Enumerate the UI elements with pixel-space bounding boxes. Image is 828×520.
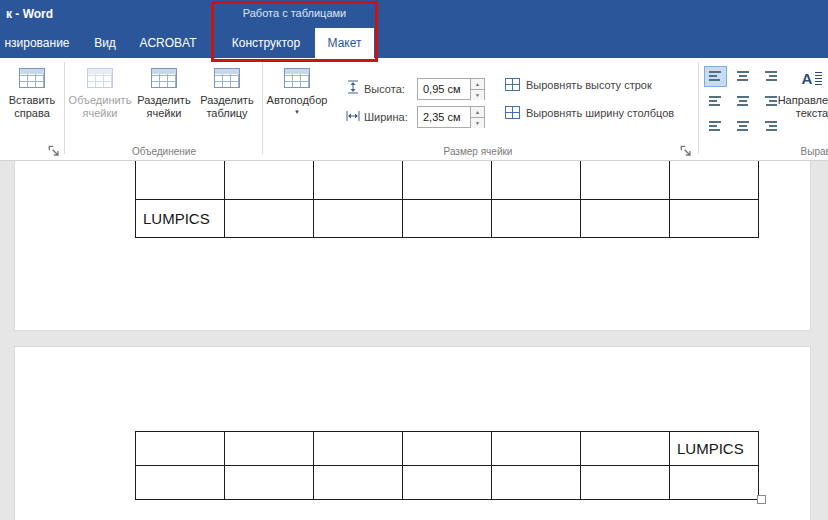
align-bottom-right-icon bbox=[763, 119, 777, 131]
merge-cells-button[interactable]: Объединить ячейки bbox=[68, 64, 132, 146]
table-cell[interactable] bbox=[670, 161, 759, 199]
align-bottom-left-icon bbox=[709, 119, 723, 131]
dropdown-arrow-icon: ▼ bbox=[294, 109, 300, 115]
align-top-center-button[interactable] bbox=[731, 66, 754, 87]
table-resize-handle[interactable] bbox=[757, 495, 766, 504]
page-2[interactable]: LUMPICS bbox=[14, 346, 811, 520]
insert-right-button[interactable]: Вставить справа bbox=[4, 64, 60, 146]
table-cell[interactable] bbox=[492, 199, 581, 237]
distribute-rows-icon bbox=[505, 78, 520, 91]
width-field-label: Ширина: bbox=[364, 111, 408, 123]
height-field-label: Высота: bbox=[364, 83, 405, 95]
autofit-button[interactable]: Автоподбор ▼ bbox=[266, 64, 328, 146]
align-center-center-button[interactable] bbox=[731, 90, 754, 111]
align-top-center-icon bbox=[736, 71, 750, 83]
spin-down-icon[interactable]: ▼ bbox=[471, 118, 484, 128]
table-cell[interactable] bbox=[581, 432, 670, 466]
table-row: LUMPICS bbox=[136, 199, 759, 237]
group-separator bbox=[64, 62, 65, 154]
table-cell[interactable] bbox=[492, 161, 581, 199]
table-cell[interactable] bbox=[581, 161, 670, 199]
table-cell[interactable] bbox=[492, 466, 581, 500]
table-row bbox=[136, 161, 759, 199]
split-cells-button[interactable]: Разделить ячейки bbox=[133, 64, 195, 146]
width-field[interactable]: 2,35 см ▲ ▼ bbox=[417, 106, 485, 128]
text-direction-button[interactable]: A Направление текста bbox=[780, 64, 828, 146]
cell-size-dialog-launcher-icon[interactable] bbox=[680, 145, 692, 157]
align-center-left-button[interactable] bbox=[704, 90, 727, 111]
table-cell[interactable] bbox=[314, 199, 403, 237]
ribbon: Вставить справа Объединить ячейки Раздел… bbox=[0, 58, 828, 161]
table-cell[interactable] bbox=[314, 161, 403, 199]
group-label-alignment: Выравнивание bbox=[780, 146, 828, 157]
align-bottom-center-button[interactable] bbox=[731, 114, 754, 135]
distribute-rows-label: Выровнять высоту строк bbox=[526, 79, 652, 91]
tab-review-partial[interactable]: нзирование bbox=[2, 28, 72, 58]
text-direction-label: Направление текста bbox=[778, 94, 828, 120]
table-cell[interactable] bbox=[225, 199, 314, 237]
height-value[interactable]: 0,95 см bbox=[418, 79, 470, 99]
table-row bbox=[136, 466, 759, 500]
merge-cells-icon bbox=[87, 68, 113, 88]
group-separator bbox=[262, 62, 263, 154]
table-cell[interactable] bbox=[136, 161, 225, 199]
table-cell[interactable] bbox=[225, 161, 314, 199]
group-label-cell-size: Размер ячейки bbox=[266, 146, 690, 157]
row-height-icon bbox=[347, 80, 359, 94]
spin-up-icon[interactable]: ▲ bbox=[471, 107, 484, 118]
tab-design[interactable]: Конструктор bbox=[222, 28, 310, 58]
tab-layout[interactable]: Макет bbox=[315, 28, 374, 58]
tab-acrobat[interactable]: ACROBAT bbox=[134, 28, 202, 58]
split-table-label: Разделить таблицу bbox=[200, 94, 253, 120]
table-cell[interactable] bbox=[225, 466, 314, 500]
table-cell-lumpics[interactable]: LUMPICS bbox=[670, 432, 759, 466]
table-2: LUMPICS bbox=[135, 431, 759, 500]
align-bottom-left-button[interactable] bbox=[704, 114, 727, 135]
autofit-label: Автоподбор bbox=[267, 94, 328, 106]
split-table-icon bbox=[214, 68, 240, 88]
table-cell[interactable] bbox=[581, 199, 670, 237]
table-cell[interactable] bbox=[403, 161, 492, 199]
table-cell[interactable] bbox=[670, 466, 759, 500]
spin-down-icon[interactable]: ▼ bbox=[471, 90, 484, 100]
align-top-right-button[interactable] bbox=[758, 66, 781, 87]
table-cell[interactable] bbox=[136, 432, 225, 466]
distribute-columns-label: Выровнять ширину столбцов bbox=[526, 107, 674, 119]
table-cell-lumpics[interactable]: LUMPICS bbox=[136, 199, 225, 237]
align-top-left-button[interactable] bbox=[704, 66, 727, 87]
document-area: LUMPICS LUMPICS bbox=[0, 161, 828, 520]
distribute-columns-icon bbox=[505, 106, 520, 119]
ribbon-tab-bar: нзирование Вид ACROBAT Конструктор Макет… bbox=[0, 28, 828, 58]
height-field[interactable]: 0,95 см ▲ ▼ bbox=[417, 78, 485, 100]
table-cell[interactable] bbox=[136, 466, 225, 500]
spin-up-icon[interactable]: ▲ bbox=[471, 79, 484, 90]
align-bottom-center-icon bbox=[736, 119, 750, 131]
width-spinner: ▲ ▼ bbox=[470, 107, 484, 127]
align-top-left-icon bbox=[709, 71, 723, 83]
rows-columns-dialog-launcher-icon[interactable] bbox=[48, 145, 60, 157]
table-cell[interactable] bbox=[403, 432, 492, 466]
table-cell[interactable] bbox=[581, 466, 670, 500]
distribute-rows-button[interactable]: Выровнять высоту строк bbox=[505, 78, 652, 91]
table-cell[interactable] bbox=[403, 466, 492, 500]
tab-view[interactable]: Вид bbox=[88, 28, 122, 58]
alignment-grid bbox=[704, 66, 781, 135]
split-cells-label: Разделить ячейки bbox=[137, 94, 190, 120]
width-value[interactable]: 2,35 см bbox=[418, 107, 470, 127]
column-width-icon bbox=[346, 110, 360, 122]
split-table-button[interactable]: Разделить таблицу bbox=[196, 64, 258, 146]
align-top-right-icon bbox=[763, 71, 777, 83]
align-center-left-icon bbox=[709, 95, 723, 107]
page-1[interactable]: LUMPICS bbox=[14, 161, 811, 331]
table-cell[interactable] bbox=[314, 432, 403, 466]
distribute-columns-button[interactable]: Выровнять ширину столбцов bbox=[505, 106, 674, 119]
table-cell[interactable] bbox=[403, 199, 492, 237]
titlebar: к - Word bbox=[0, 0, 828, 28]
table-cell[interactable] bbox=[492, 432, 581, 466]
table-cell[interactable] bbox=[225, 432, 314, 466]
merge-cells-label: Объединить ячейки bbox=[69, 94, 132, 120]
table-cell[interactable] bbox=[670, 199, 759, 237]
align-center-right-icon bbox=[763, 95, 777, 107]
table-row: LUMPICS bbox=[136, 432, 759, 466]
table-cell[interactable] bbox=[314, 466, 403, 500]
